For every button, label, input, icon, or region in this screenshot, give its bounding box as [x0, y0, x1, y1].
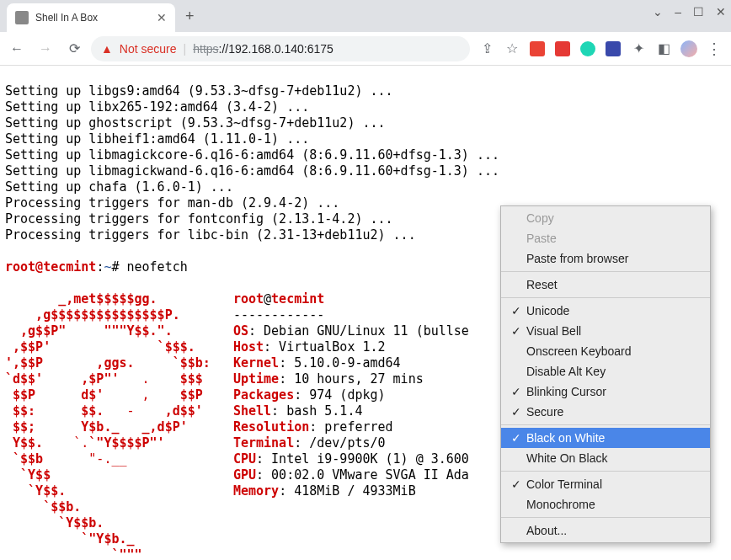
- window-minimize-button[interactable]: –: [675, 5, 681, 19]
- window-controls: ⌄ – ☐ ✕: [653, 5, 726, 19]
- context-menu-item[interactable]: Monochrome: [501, 494, 710, 515]
- side-panel-icon[interactable]: ◧: [655, 40, 672, 57]
- nav-back-button[interactable]: ←: [5, 37, 29, 61]
- context-menu-item[interactable]: ✓Secure: [501, 402, 710, 422]
- context-menu-item[interactable]: Onscreen Keyboard: [501, 341, 710, 361]
- context-menu-item[interactable]: Paste from browser: [501, 248, 710, 269]
- tab-favicon: [15, 11, 29, 24]
- browser-titlebar: Shell In A Box ✕ + ⌄ – ☐ ✕: [0, 0, 731, 32]
- extension-4-icon[interactable]: [605, 40, 622, 57]
- toolbar-actions: ⇪ ☆ ✦ ◧ ⋮: [475, 40, 726, 57]
- not-secure-icon: ▲: [101, 42, 113, 56]
- context-menu-item[interactable]: ✓Unicode: [501, 301, 710, 321]
- browser-menu-button[interactable]: ⋮: [706, 40, 723, 57]
- url-text: https://192.168.0.140:6175: [193, 42, 333, 56]
- bookmark-star-icon[interactable]: ☆: [504, 40, 520, 57]
- address-bar[interactable]: ▲ Not secure | https://192.168.0.140:617…: [91, 36, 470, 61]
- not-secure-label: Not secure: [120, 42, 177, 56]
- tab-title: Shell In A Box: [35, 12, 150, 24]
- context-menu-item: Copy: [501, 208, 710, 228]
- extensions-puzzle-icon[interactable]: ✦: [630, 40, 647, 57]
- browser-toolbar: ← → ⟳ ▲ Not secure | https://192.168.0.1…: [0, 32, 731, 66]
- extension-2-icon[interactable]: [554, 40, 571, 57]
- context-menu-item: Paste: [501, 228, 710, 248]
- extension-3-icon[interactable]: [579, 40, 596, 57]
- window-close-button[interactable]: ✕: [716, 5, 726, 19]
- context-menu: CopyPastePaste from browserReset✓Unicode…: [500, 205, 711, 543]
- context-menu-item[interactable]: ✓Blinking Cursor: [501, 381, 710, 402]
- nav-reload-button[interactable]: ⟳: [62, 37, 86, 61]
- nav-forward-button[interactable]: →: [34, 37, 57, 61]
- context-menu-item[interactable]: ✓Black on White: [501, 428, 710, 448]
- window-maximize-button[interactable]: ☐: [693, 5, 704, 19]
- context-menu-item[interactable]: Reset: [501, 275, 710, 295]
- new-tab-button[interactable]: +: [185, 8, 195, 25]
- browser-tab[interactable]: Shell In A Box ✕: [7, 3, 175, 32]
- context-menu-item[interactable]: Disable Alt Key: [501, 361, 710, 381]
- window-chevron-button[interactable]: ⌄: [653, 5, 663, 19]
- context-menu-item[interactable]: About...: [501, 520, 710, 541]
- tab-close-button[interactable]: ✕: [157, 11, 167, 24]
- context-menu-item[interactable]: White On Black: [501, 448, 710, 468]
- context-menu-item[interactable]: ✓Color Terminal: [501, 474, 710, 494]
- context-menu-item[interactable]: ✓Visual Bell: [501, 321, 710, 341]
- share-icon[interactable]: ⇪: [478, 40, 495, 57]
- profile-avatar[interactable]: [680, 40, 697, 57]
- url-separator: |: [184, 42, 187, 56]
- extension-1-icon[interactable]: [529, 40, 546, 57]
